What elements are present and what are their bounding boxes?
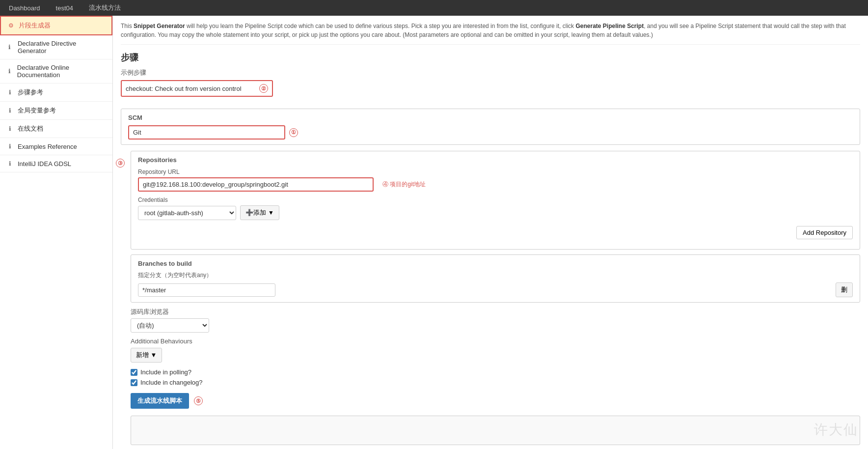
sidebar-item-label: Examples Reference — [18, 143, 77, 150]
add-repo-row: Add Repository — [138, 226, 853, 239]
selected-step-text: checkout: Check out from version control — [126, 85, 242, 92]
branches-title: Branches to build — [138, 260, 853, 267]
branch-input[interactable] — [138, 283, 275, 297]
info-icon-2: ℹ — [6, 67, 13, 75]
include-changelog-checkbox[interactable] — [131, 379, 137, 386]
branch-sub-label: 指定分支（为空时代表any） — [138, 271, 853, 280]
bold-snippet: Snippet Generator — [134, 23, 185, 29]
generate-annotation-circle: ⑤ — [194, 396, 203, 405]
output-area — [131, 416, 860, 445]
add-credentials-button[interactable]: ➕添加 ▼ — [240, 205, 279, 220]
branches-section: Branches to build 指定分支（为空时代表any） 删 — [131, 254, 860, 303]
add-repository-button[interactable]: Add Repository — [796, 226, 853, 239]
sidebar-item-label: Declarative Directive Generator — [18, 40, 107, 55]
scm-annotation-circle: ① — [289, 128, 298, 137]
sidebar-item-examples[interactable]: ℹ Examples Reference — [0, 138, 112, 155]
nav-test04[interactable]: test04 — [52, 2, 77, 14]
bold-generate: Generate Pipeline Script — [575, 23, 644, 29]
include-polling-label: Include in polling? — [140, 368, 191, 376]
nav-dashboard[interactable]: Dashboard — [5, 2, 44, 14]
include-changelog-label: Include in changelog? — [140, 379, 203, 386]
sidebar-item-intellij-gdsl[interactable]: ℹ IntelliJ IDEA GDSL — [0, 155, 112, 172]
sidebar-item-label: 步骤参考 — [18, 88, 43, 97]
step-select-box[interactable]: checkout: Check out from version control… — [121, 80, 273, 97]
sidebar-item-label: Declarative Online Documentation — [17, 64, 107, 79]
annotation-circle-2: ② — [259, 84, 268, 93]
repos-title: Repositories — [138, 156, 853, 164]
scm-section: SCM ① — [121, 109, 860, 145]
branch-remove-button[interactable]: 删 — [836, 282, 853, 297]
info-icon-7: ℹ — [6, 160, 14, 168]
branch-input-row: 删 — [138, 282, 853, 297]
sidebar-item-label: IntelliJ IDEA GDSL — [18, 160, 71, 168]
generate-row: 生成流水线脚本 ⑤ — [131, 393, 860, 409]
info-icon-3: ℹ — [6, 88, 14, 96]
repo-url-row: ④ 项目的git地址 — [138, 177, 853, 192]
repositories-section: Repositories Repository URL ④ 项目的git地址 C… — [131, 151, 860, 250]
sample-steps-label: 示例步骤 — [121, 68, 860, 77]
repo-url-annotation: ④ 项目的git地址 — [382, 180, 426, 189]
sidebar-item-label: 在线文档 — [18, 124, 43, 133]
repo-url-label: Repository URL — [138, 168, 853, 175]
source-browser-label: 源码库浏览器 — [131, 308, 860, 316]
credentials-row: root (gitlab-auth-ssh) ➕添加 ▼ — [138, 205, 853, 220]
gear-icon: ⚙ — [7, 22, 15, 29]
main-layout: ⚙ 片段生成器 ℹ Declarative Directive Generato… — [0, 16, 868, 449]
credentials-select[interactable]: root (gitlab-auth-ssh) — [138, 206, 236, 220]
generate-pipeline-button[interactable]: 生成流水线脚本 — [131, 393, 189, 409]
sidebar-item-label: 全局变量参考 — [18, 106, 56, 115]
scm-input[interactable] — [128, 125, 285, 140]
sidebar-item-step-reference[interactable]: ℹ 步骤参考 — [0, 84, 112, 102]
sidebar-item-online-doc[interactable]: ℹ 在线文档 — [0, 120, 112, 138]
source-browser-select[interactable]: (自动) — [131, 318, 209, 333]
include-polling-row: Include in polling? — [131, 368, 860, 376]
include-changelog-row: Include in changelog? — [131, 379, 860, 386]
info-icon-4: ℹ — [6, 107, 14, 114]
dropdown-arrow-icon: ▼ — [268, 209, 274, 216]
sidebar-item-label: 片段生成器 — [19, 21, 51, 30]
source-browser-section: 源码库浏览器 (自动) — [131, 308, 860, 333]
top-nav: Dashboard test04 流水线方法 — [0, 0, 868, 16]
credentials-label: Credentials — [138, 196, 853, 203]
repo-url-field: Repository URL ④ 项目的git地址 — [138, 168, 853, 192]
credentials-field: Credentials root (gitlab-auth-ssh) ➕添加 ▼ — [138, 196, 853, 220]
sidebar: ⚙ 片段生成器 ℹ Declarative Directive Generato… — [0, 16, 113, 449]
sidebar-item-global-var[interactable]: ℹ 全局变量参考 — [0, 102, 112, 120]
additional-behaviours-section: Additional Behaviours 新增 ▼ — [131, 337, 860, 363]
description-text: This Snippet Generator will help you lea… — [121, 22, 860, 45]
repos-left-annotation: ③ — [116, 159, 125, 168]
repo-url-input[interactable] — [138, 177, 374, 192]
add-new-behaviour-button[interactable]: 新增 ▼ — [131, 348, 162, 363]
sidebar-item-snippet-generator[interactable]: ⚙ 片段生成器 — [0, 16, 112, 35]
info-icon-6: ℹ — [6, 142, 14, 150]
sidebar-item-declarative-online-doc[interactable]: ℹ Declarative Online Documentation — [0, 59, 112, 84]
steps-heading: 步骤 — [121, 52, 860, 63]
info-icon-5: ℹ — [6, 125, 14, 133]
scm-title: SCM — [128, 114, 853, 121]
info-icon-1: ℹ — [6, 43, 14, 51]
nav-pipeline-method[interactable]: 流水线方法 — [85, 1, 125, 14]
additional-label: Additional Behaviours — [131, 337, 860, 345]
include-polling-checkbox[interactable] — [131, 369, 137, 376]
sidebar-item-declarative-directive[interactable]: ℹ Declarative Directive Generator — [0, 35, 112, 59]
add-new-label: 新增 ▼ — [136, 351, 157, 360]
repos-outer: ③ Repositories Repository URL ④ 项目的git地址… — [121, 151, 860, 445]
content-area: This Snippet Generator will help you lea… — [113, 16, 868, 449]
